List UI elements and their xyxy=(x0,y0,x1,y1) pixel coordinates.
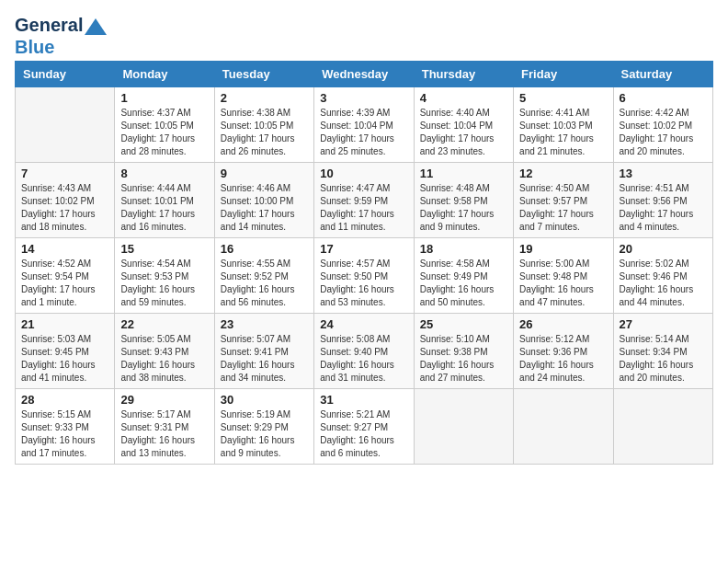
day-info: Sunrise: 4:42 AMSunset: 10:02 PMDaylight… xyxy=(620,107,707,158)
day-number: 30 xyxy=(221,393,308,407)
day-number: 19 xyxy=(519,242,607,256)
calendar-week-row: 1Sunrise: 4:37 AMSunset: 10:05 PMDayligh… xyxy=(16,86,713,162)
calendar-day-cell: 6Sunrise: 4:42 AMSunset: 10:02 PMDayligh… xyxy=(613,86,712,162)
calendar-day-cell xyxy=(16,86,115,162)
day-number: 17 xyxy=(320,242,407,256)
calendar-day-cell: 19Sunrise: 5:00 AMSunset: 9:48 PMDayligh… xyxy=(514,237,613,313)
day-info: Sunrise: 5:15 AMSunset: 9:33 PMDaylight:… xyxy=(21,408,108,460)
calendar-day-cell: 12Sunrise: 4:50 AMSunset: 9:57 PMDayligh… xyxy=(514,162,613,237)
weekday-header-cell: Thursday xyxy=(414,61,513,86)
day-number: 21 xyxy=(21,317,108,331)
day-info: Sunrise: 5:21 AMSunset: 9:27 PMDaylight:… xyxy=(320,408,407,460)
day-info: Sunrise: 4:44 AMSunset: 10:01 PMDaylight… xyxy=(120,182,208,234)
day-info: Sunrise: 5:10 AMSunset: 9:38 PMDaylight:… xyxy=(420,333,507,385)
day-number: 10 xyxy=(320,167,407,180)
calendar-day-cell: 21Sunrise: 5:03 AMSunset: 9:45 PMDayligh… xyxy=(16,313,115,388)
calendar-day-cell: 17Sunrise: 4:57 AMSunset: 9:50 PMDayligh… xyxy=(314,237,414,313)
day-number: 25 xyxy=(420,317,507,331)
day-info: Sunrise: 4:52 AMSunset: 9:54 PMDaylight:… xyxy=(21,258,108,309)
day-number: 9 xyxy=(221,167,308,180)
day-info: Sunrise: 5:00 AMSunset: 9:48 PMDaylight:… xyxy=(519,258,607,309)
calendar-day-cell xyxy=(414,388,513,464)
day-number: 22 xyxy=(120,317,208,331)
day-number: 24 xyxy=(320,317,407,331)
calendar-day-cell: 1Sunrise: 4:37 AMSunset: 10:05 PMDayligh… xyxy=(115,86,214,162)
calendar-day-cell: 10Sunrise: 4:47 AMSunset: 9:59 PMDayligh… xyxy=(314,162,414,237)
weekday-header-cell: Wednesday xyxy=(314,61,414,86)
day-info: Sunrise: 4:43 AMSunset: 10:02 PMDaylight… xyxy=(21,182,108,234)
day-info: Sunrise: 4:54 AMSunset: 9:53 PMDaylight:… xyxy=(120,258,208,309)
day-number: 18 xyxy=(420,242,507,256)
svg-marker-0 xyxy=(85,18,107,35)
calendar-day-cell: 20Sunrise: 5:02 AMSunset: 9:46 PMDayligh… xyxy=(613,237,712,313)
day-number: 8 xyxy=(120,167,208,180)
day-number: 26 xyxy=(519,317,607,331)
calendar-day-cell: 22Sunrise: 5:05 AMSunset: 9:43 PMDayligh… xyxy=(115,313,214,388)
calendar-week-row: 14Sunrise: 4:52 AMSunset: 9:54 PMDayligh… xyxy=(16,237,713,313)
calendar-day-cell: 27Sunrise: 5:14 AMSunset: 9:34 PMDayligh… xyxy=(613,313,712,388)
calendar-day-cell: 7Sunrise: 4:43 AMSunset: 10:02 PMDayligh… xyxy=(16,162,115,237)
calendar-day-cell: 4Sunrise: 4:40 AMSunset: 10:04 PMDayligh… xyxy=(414,86,513,162)
calendar-day-cell: 16Sunrise: 4:55 AMSunset: 9:52 PMDayligh… xyxy=(214,237,313,313)
day-number: 29 xyxy=(120,393,208,407)
day-number: 16 xyxy=(221,242,308,256)
day-info: Sunrise: 5:19 AMSunset: 9:29 PMDaylight:… xyxy=(221,408,308,460)
calendar-day-cell: 15Sunrise: 4:54 AMSunset: 9:53 PMDayligh… xyxy=(115,237,214,313)
day-info: Sunrise: 4:37 AMSunset: 10:05 PMDaylight… xyxy=(120,107,208,158)
day-info: Sunrise: 4:50 AMSunset: 9:57 PMDaylight:… xyxy=(519,182,607,234)
weekday-header-cell: Sunday xyxy=(16,61,115,86)
day-info: Sunrise: 4:40 AMSunset: 10:04 PMDaylight… xyxy=(420,107,507,158)
day-number: 6 xyxy=(620,91,707,105)
day-number: 20 xyxy=(620,242,707,256)
calendar-day-cell: 28Sunrise: 5:15 AMSunset: 9:33 PMDayligh… xyxy=(16,388,115,464)
calendar-day-cell: 2Sunrise: 4:38 AMSunset: 10:05 PMDayligh… xyxy=(214,86,313,162)
calendar-week-row: 21Sunrise: 5:03 AMSunset: 9:45 PMDayligh… xyxy=(16,313,713,388)
calendar-day-cell: 18Sunrise: 4:58 AMSunset: 9:49 PMDayligh… xyxy=(414,237,513,313)
day-info: Sunrise: 4:58 AMSunset: 9:49 PMDaylight:… xyxy=(420,258,507,309)
day-number: 14 xyxy=(21,242,108,256)
calendar-day-cell: 5Sunrise: 4:41 AMSunset: 10:03 PMDayligh… xyxy=(514,86,613,162)
weekday-header-cell: Tuesday xyxy=(214,61,313,86)
day-number: 31 xyxy=(320,393,407,407)
weekday-header-row: SundayMondayTuesdayWednesdayThursdayFrid… xyxy=(16,61,713,86)
day-number: 3 xyxy=(320,91,407,105)
day-info: Sunrise: 5:02 AMSunset: 9:46 PMDaylight:… xyxy=(620,258,707,309)
calendar-day-cell xyxy=(514,388,613,464)
day-info: Sunrise: 4:41 AMSunset: 10:03 PMDaylight… xyxy=(519,107,607,158)
logo-text: General xyxy=(15,15,108,37)
day-number: 12 xyxy=(519,167,607,180)
day-info: Sunrise: 4:39 AMSunset: 10:04 PMDaylight… xyxy=(320,107,407,158)
calendar-day-cell: 26Sunrise: 5:12 AMSunset: 9:36 PMDayligh… xyxy=(514,313,613,388)
page-header: General Blue xyxy=(15,15,713,57)
day-info: Sunrise: 4:57 AMSunset: 9:50 PMDaylight:… xyxy=(320,258,407,309)
day-number: 7 xyxy=(21,167,108,180)
day-info: Sunrise: 4:55 AMSunset: 9:52 PMDaylight:… xyxy=(221,258,308,309)
day-number: 23 xyxy=(221,317,308,331)
day-number: 28 xyxy=(21,393,108,407)
logo-blue: Blue xyxy=(15,37,108,57)
calendar-day-cell xyxy=(613,388,712,464)
day-number: 4 xyxy=(420,91,507,105)
day-number: 27 xyxy=(620,317,707,331)
day-number: 11 xyxy=(420,167,507,180)
day-info: Sunrise: 5:14 AMSunset: 9:34 PMDaylight:… xyxy=(620,333,707,385)
day-number: 5 xyxy=(519,91,607,105)
day-info: Sunrise: 4:47 AMSunset: 9:59 PMDaylight:… xyxy=(320,182,407,234)
calendar-day-cell: 3Sunrise: 4:39 AMSunset: 10:04 PMDayligh… xyxy=(314,86,414,162)
weekday-header-cell: Friday xyxy=(514,61,613,86)
day-info: Sunrise: 5:17 AMSunset: 9:31 PMDaylight:… xyxy=(120,408,208,460)
calendar-day-cell: 23Sunrise: 5:07 AMSunset: 9:41 PMDayligh… xyxy=(214,313,313,388)
day-number: 2 xyxy=(221,91,308,105)
day-info: Sunrise: 4:48 AMSunset: 9:58 PMDaylight:… xyxy=(420,182,507,234)
day-info: Sunrise: 5:05 AMSunset: 9:43 PMDaylight:… xyxy=(120,333,208,385)
day-info: Sunrise: 5:07 AMSunset: 9:41 PMDaylight:… xyxy=(221,333,308,385)
day-info: Sunrise: 5:03 AMSunset: 9:45 PMDaylight:… xyxy=(21,333,108,385)
calendar-day-cell: 11Sunrise: 4:48 AMSunset: 9:58 PMDayligh… xyxy=(414,162,513,237)
calendar-day-cell: 8Sunrise: 4:44 AMSunset: 10:01 PMDayligh… xyxy=(115,162,214,237)
day-info: Sunrise: 5:12 AMSunset: 9:36 PMDaylight:… xyxy=(519,333,607,385)
day-number: 15 xyxy=(120,242,208,256)
day-info: Sunrise: 5:08 AMSunset: 9:40 PMDaylight:… xyxy=(320,333,407,385)
calendar-table: SundayMondayTuesdayWednesdayThursdayFrid… xyxy=(15,61,713,465)
calendar-day-cell: 9Sunrise: 4:46 AMSunset: 10:00 PMDayligh… xyxy=(214,162,313,237)
day-number: 13 xyxy=(620,167,707,180)
